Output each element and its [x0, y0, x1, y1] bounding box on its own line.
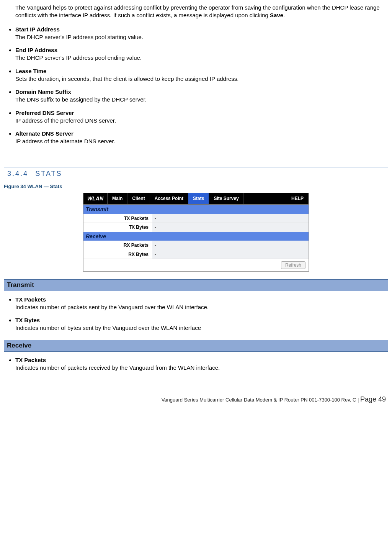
stat-value: -	[152, 223, 309, 231]
definition-term: TX Packets	[15, 296, 388, 303]
footer-text: Vanguard Series Multicarrier Cellular Da…	[162, 397, 356, 403]
tab-stats[interactable]: Stats	[188, 193, 209, 204]
footer-sep: |	[356, 397, 360, 403]
tab-access-point[interactable]: Access Point	[150, 193, 188, 204]
stat-row-tx-packets: TX Packets -	[83, 214, 309, 223]
definition-item: TX PacketsIndicates number of packets se…	[15, 296, 388, 311]
definition-desc: Sets the duration, in seconds, that the …	[15, 75, 238, 82]
definition-item: Domain Name SuffixThe DNS suffix to be a…	[15, 88, 388, 104]
definition-item: TX BytesIndicates number of bytes sent b…	[15, 316, 388, 332]
tab-main[interactable]: Main	[108, 193, 127, 204]
definition-term: TX Bytes	[15, 316, 388, 324]
definition-term: Start IP Address	[15, 26, 388, 33]
figure-caption: Figure 34 WLAN — Stats	[4, 183, 388, 190]
definition-desc: Indicates number of packets sent by the …	[15, 304, 209, 310]
stat-label: RX Bytes	[83, 250, 152, 259]
definition-term: Domain Name Suffix	[15, 88, 388, 96]
stat-value: -	[152, 214, 309, 223]
help-button[interactable]: HELP	[287, 193, 309, 204]
wlan-brand-label: WLAN	[83, 193, 108, 204]
section-number: 3.4.4	[7, 170, 28, 177]
definition-desc: Indicates number of packets received by …	[15, 364, 220, 371]
definition-term: Preferred DNS Server	[15, 109, 388, 117]
definition-item: TX PacketsIndicates number of packets re…	[15, 356, 388, 372]
intro-part1: The Vanguard helps to protect against ad…	[15, 4, 380, 18]
definition-term: End IP Address	[15, 46, 388, 54]
group-header-transmit: Transmit	[83, 205, 309, 214]
definition-item: Start IP AddressThe DHCP server's IP add…	[15, 26, 388, 41]
intro-bold: Save	[270, 12, 283, 18]
tab-spacer	[244, 193, 287, 204]
definition-term: Lease Time	[15, 67, 388, 75]
doc-subheading-transmit: Transmit	[4, 279, 388, 291]
definition-desc: The DHCP server's IP address pool ending…	[15, 54, 142, 61]
definition-desc: IP address of the alternate DNS server.	[15, 138, 115, 144]
section-heading: 3.4.4 STATS	[4, 167, 388, 179]
definition-desc: The DHCP server's IP address pool starti…	[15, 34, 143, 40]
definition-item: Preferred DNS ServerIP address of the pr…	[15, 109, 388, 125]
stat-label: TX Packets	[83, 214, 152, 223]
stat-row-tx-bytes: TX Bytes -	[83, 223, 309, 231]
stat-value: -	[152, 241, 309, 249]
doc-subheading-receive: Receive	[4, 340, 388, 352]
group-header-receive: Receive	[83, 232, 309, 241]
intro-part2: .	[283, 12, 285, 18]
button-row: Refresh	[83, 259, 309, 271]
refresh-button[interactable]: Refresh	[281, 261, 305, 269]
footer-page: Page 49	[360, 395, 386, 403]
tab-bar: WLAN Main Client Access Point Stats Site…	[83, 193, 309, 205]
definition-desc: Indicates number of bytes sent by the Va…	[15, 325, 201, 331]
stat-label: RX Packets	[83, 241, 152, 249]
definition-desc: IP address of the preferred DNS server.	[15, 117, 116, 124]
stat-value: -	[152, 250, 309, 259]
definition-item: End IP AddressThe DHCP server's IP addre…	[15, 46, 388, 62]
definition-list-transmit: TX PacketsIndicates number of packets se…	[4, 296, 388, 332]
definition-term: Alternate DNS Server	[15, 130, 388, 138]
page-footer: Vanguard Series Multicarrier Cellular Da…	[4, 395, 388, 404]
stat-label: TX Bytes	[83, 223, 152, 231]
section-title: STATS	[35, 170, 62, 177]
tab-client[interactable]: Client	[127, 193, 150, 204]
stat-row-rx-bytes: RX Bytes -	[83, 250, 309, 259]
definition-item: Lease TimeSets the duration, in seconds,…	[15, 67, 388, 83]
tab-site-survey[interactable]: Site Survey	[209, 193, 243, 204]
intro-paragraph: The Vanguard helps to protect against ad…	[15, 4, 388, 20]
stat-row-rx-packets: RX Packets -	[83, 241, 309, 249]
definition-item: Alternate DNS ServerIP address of the al…	[15, 130, 388, 146]
definition-list-receive: TX PacketsIndicates number of packets re…	[4, 356, 388, 372]
wlan-stats-panel: WLAN Main Client Access Point Stats Site…	[83, 193, 309, 271]
definition-list-top: Start IP AddressThe DHCP server's IP add…	[4, 26, 388, 146]
definition-desc: The DNS suffix to be assigned by the DHC…	[15, 96, 147, 103]
definition-term: TX Packets	[15, 356, 388, 364]
